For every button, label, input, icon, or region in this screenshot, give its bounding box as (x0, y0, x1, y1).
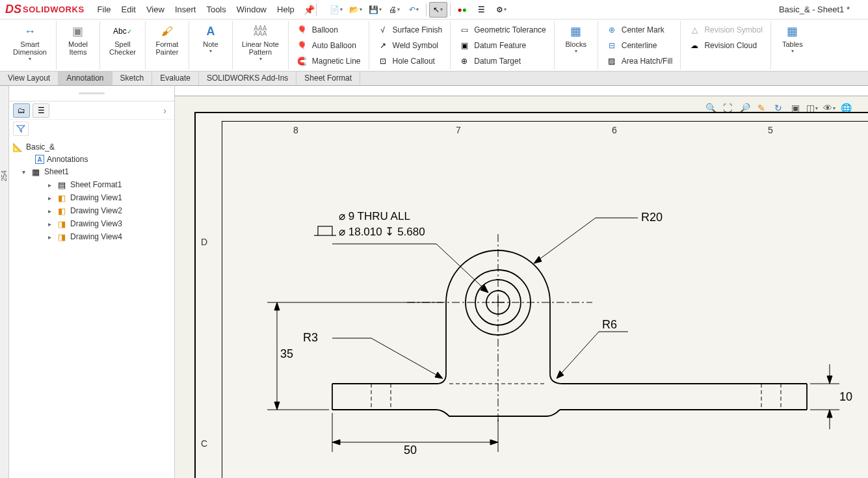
horizontal-ruler (175, 86, 868, 96)
hole-callout-line1: ⌀ 9 THRU ALL (339, 210, 410, 222)
options-button[interactable]: ☰ (473, 2, 491, 18)
annotations-folder-icon: A (35, 155, 44, 164)
model-items-button[interactable]: ▣ Model Items (62, 22, 94, 57)
paintbrush-icon: 🖌 (159, 23, 175, 39)
auto-balloon-button[interactable]: 🎈 Auto Balloon (294, 38, 363, 53)
pin-icon[interactable]: 📌 (304, 5, 315, 15)
weld-symbol-button[interactable]: ↗ Weld Symbol (375, 38, 445, 53)
revision-cloud-icon: ☁ (689, 40, 700, 51)
expand-toggle[interactable]: ▾ (22, 168, 30, 176)
drawing-canvas[interactable]: 🔍 ⛶ 🔎 ✎ ↻ ▣ ◫▾ 👁▾ 🌐 8 7 6 5 D C (175, 86, 868, 478)
tab-evaluate[interactable]: Evaluate (152, 72, 199, 85)
blocks-button[interactable]: ▦ Blocks ▾ (560, 22, 592, 55)
tab-view-layout[interactable]: View Layout (0, 72, 59, 85)
expand-toggle[interactable]: ▸ (48, 220, 56, 228)
svg-line-45 (436, 244, 488, 293)
new-button[interactable]: 📄▾ (327, 2, 345, 18)
tree-sheet1[interactable]: ▾ ▦ Sheet1 (9, 165, 174, 178)
tree-drawing-view4[interactable]: ▸ ◨ Drawing View4 (9, 230, 174, 243)
linear-note-pattern-button[interactable]: AAAAAA Linear Note Pattern ▾ (238, 22, 283, 63)
menu-edit[interactable]: Edit (122, 5, 136, 14)
select-button[interactable]: ↖▾ (429, 2, 447, 18)
spell-checker-button[interactable]: Abc✓ Spell Checker (105, 22, 140, 57)
svg-marker-23 (274, 302, 280, 310)
print-button[interactable]: 🖨▾ (386, 2, 404, 18)
tree-root[interactable]: 📐 Basic_& (9, 140, 174, 153)
tree-drawing-view3[interactable]: ▸ ◨ Drawing View3 (9, 217, 174, 230)
menu-window[interactable]: Window (237, 5, 267, 14)
dimension-icon: ↔ (22, 23, 38, 39)
drawing-view[interactable]: 35 50 (241, 150, 868, 478)
balloon-button[interactable]: 🎈 Balloon (294, 22, 363, 38)
dim-50: 50 (404, 444, 417, 457)
menubar: DS SOLIDWORKS File Edit View Insert Tool… (0, 0, 868, 20)
save-button[interactable]: 💾▾ (366, 2, 384, 18)
quick-toolbar: 📄▾ 📂▾ 💾▾ 🖨▾ ↶▾ ↖▾ ●● ☰ ⚙▾ (327, 2, 510, 18)
svg-line-36 (534, 218, 596, 263)
expand-toggle[interactable]: ▸ (48, 181, 56, 189)
tables-button[interactable]: ▦ Tables ▾ (776, 22, 809, 55)
note-icon: A (203, 23, 218, 39)
datum-feature-button[interactable]: ▣ Datum Feature (456, 38, 549, 53)
geo-tol-icon: ▭ (458, 24, 470, 36)
tab-sketch[interactable]: Sketch (112, 72, 153, 85)
filter-icon[interactable] (13, 122, 29, 136)
magnetic-line-button[interactable]: 🧲 Magnetic Line (294, 53, 363, 69)
row-label-d: D (201, 237, 207, 247)
dim-r6: R6 (602, 318, 617, 331)
panel-collapse-arrow[interactable]: › (159, 105, 170, 116)
smart-dimension-button[interactable]: ↔ Smart Dimension ▾ (9, 22, 51, 63)
center-mark-button[interactable]: ⊕ Center Mark (603, 22, 676, 38)
tab-annotation[interactable]: Annotation (59, 72, 112, 85)
tab-addins[interactable]: SOLIDWORKS Add-Ins (199, 72, 296, 85)
main-area: 254 🗂 ☰ › 📐 Basic_& A Annotations ▾ ▦ Sh… (0, 86, 868, 478)
geometric-tolerance-button[interactable]: ▭ Geometric Tolerance (456, 22, 549, 38)
dim-10: 10 (839, 390, 852, 403)
property-tab[interactable]: ☰ (33, 103, 49, 118)
ribbon-tabs: View Layout Annotation Sketch Evaluate S… (0, 72, 868, 86)
tree-drawing-view1[interactable]: ▸ ◧ Drawing View1 (9, 191, 174, 204)
magnet-icon: 🧲 (296, 55, 308, 67)
revision-cloud-button[interactable]: ☁ Revision Cloud (686, 38, 765, 53)
expand-toggle[interactable]: ▸ (48, 194, 56, 202)
center-mark-icon: ⊕ (606, 24, 618, 36)
undo-button[interactable]: ↶▾ (405, 2, 423, 18)
tree-drawing-view2[interactable]: ▸ ◧ Drawing View2 (9, 204, 174, 217)
hole-callout-button[interactable]: ⊡ Hole Callout (375, 53, 445, 69)
menu-help[interactable]: Help (277, 5, 295, 14)
svg-marker-44 (435, 372, 443, 378)
hole-callout-icon: ⊡ (377, 55, 389, 67)
settings-button[interactable]: ⚙▾ (492, 2, 510, 18)
svg-line-39 (557, 332, 599, 378)
tree-sheet-format1[interactable]: ▸ ▤ Sheet Format1 (9, 178, 174, 191)
format-painter-button[interactable]: 🖌 Format Painter (151, 22, 183, 57)
document-title: Basic_& - Sheet1 * (779, 5, 850, 14)
expand-toggle[interactable]: ▸ (48, 233, 56, 241)
tables-icon: ▦ (785, 23, 800, 39)
drawing-view-icon: ◨ (56, 232, 68, 242)
feature-tree-panel: 🗂 ☰ › 📐 Basic_& A Annotations ▾ ▦ Sheet1… (9, 86, 175, 478)
menu-tools[interactable]: Tools (206, 5, 226, 14)
tab-sheet-format[interactable]: Sheet Format (296, 72, 360, 85)
menu-insert[interactable]: Insert (175, 5, 196, 14)
expand-toggle[interactable]: ▸ (48, 207, 56, 215)
centerline-button[interactable]: ⊟ Centerline (603, 38, 676, 53)
datum-icon: ▣ (458, 40, 470, 51)
surface-finish-button[interactable]: √ Surface Finish (375, 22, 445, 38)
dim-r20: R20 (641, 211, 663, 224)
note-button[interactable]: A Note ▾ (194, 22, 227, 55)
menu-file[interactable]: File (98, 5, 111, 14)
area-hatch-button[interactable]: ▨ Area Hatch/Fill (603, 53, 676, 69)
revision-symbol-icon: △ (689, 24, 700, 36)
open-button[interactable]: 📂▾ (347, 2, 365, 18)
drawing-view-icon: ◨ (56, 219, 68, 229)
feature-tree-tab[interactable]: 🗂 (13, 103, 30, 118)
rebuild-button[interactable]: ●● (453, 2, 471, 18)
svg-rect-48 (318, 226, 332, 235)
panel-drag-handle[interactable] (9, 86, 174, 101)
datum-target-button[interactable]: ⊕ Datum Target (456, 53, 549, 69)
drawing-view-icon: ◧ (56, 206, 68, 216)
menu-view[interactable]: View (146, 5, 164, 14)
weld-icon: ↗ (377, 40, 389, 51)
tree-annotations[interactable]: A Annotations (9, 153, 174, 165)
